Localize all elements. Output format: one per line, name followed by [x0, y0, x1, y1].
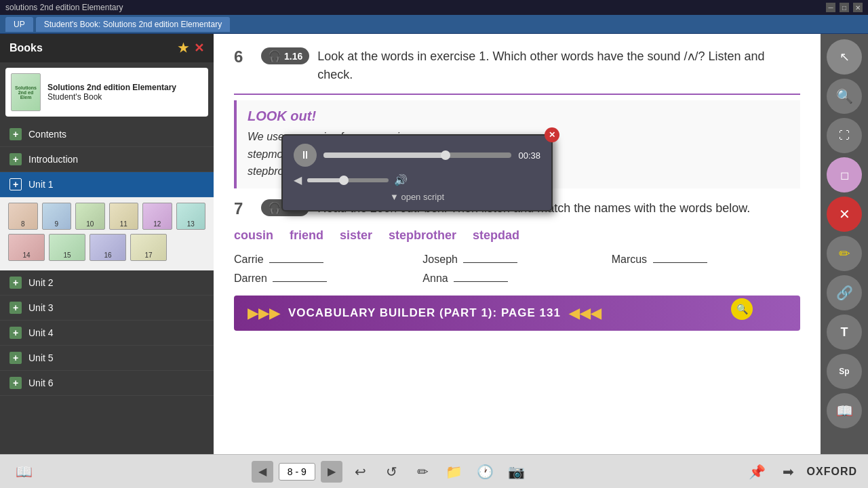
- match-marcus: Marcus: [612, 253, 800, 266]
- plus-icon: +: [9, 302, 22, 314]
- thumb-10[interactable]: 10: [75, 203, 105, 230]
- volume-left-icon[interactable]: ◀: [294, 174, 302, 186]
- minimize-btn[interactable]: ─: [826, 3, 835, 12]
- audio-close-btn[interactable]: ✕: [545, 127, 559, 142]
- divider-1: [234, 94, 800, 95]
- plus-icon: +: [9, 277, 22, 289]
- match-joseph: Joseph: [422, 253, 611, 266]
- thumb-14[interactable]: 14: [8, 234, 45, 261]
- close-tool-btn[interactable]: ✕: [827, 197, 862, 232]
- progress-fill: [323, 152, 446, 158]
- thumb-13[interactable]: 13: [176, 203, 206, 230]
- forward-btn[interactable]: ➡: [776, 459, 802, 485]
- thumb-12[interactable]: 12: [142, 203, 172, 230]
- title-bar: solutions 2nd edition Elementary ─ □ ✕: [0, 0, 868, 15]
- content-area: 6 🎧 1.16 Look at the words in exercise 1…: [214, 34, 821, 454]
- sidebar-item-label-unit1: Unit 1: [28, 179, 54, 190]
- sidebar-item-unit3[interactable]: + Unit 3: [0, 296, 214, 321]
- main-layout: Books ★ ✕ Solutions2nd edElem Solutions …: [0, 34, 868, 454]
- sidebar-item-unit4[interactable]: + Unit 4: [0, 321, 214, 346]
- word-friend: friend: [290, 228, 323, 243]
- audio-badge-6[interactable]: 🎧 1.16: [261, 47, 309, 64]
- clock-btn[interactable]: 🕐: [473, 459, 498, 485]
- progress-bar[interactable]: [323, 152, 511, 158]
- volume-icon[interactable]: 🔊: [394, 174, 408, 186]
- sidebar-item-unit1[interactable]: + Unit 1: [0, 172, 214, 197]
- sidebar-item-contents[interactable]: + Contents: [0, 122, 214, 147]
- sidebar-item-label-unit2: Unit 2: [28, 277, 54, 288]
- audio-controls: ⏸ 00:38: [294, 144, 540, 167]
- bookmark-btn[interactable]: 📌: [745, 459, 770, 485]
- spell-btn[interactable]: Sp: [827, 354, 862, 389]
- thumb-17[interactable]: 17: [130, 234, 167, 261]
- page-indicator: 8 - 9: [279, 463, 315, 481]
- thumb-16[interactable]: 16: [90, 234, 126, 261]
- camera-btn[interactable]: 📷: [504, 459, 530, 485]
- prev-page-btn[interactable]: ◀: [252, 461, 273, 483]
- thumb-8[interactable]: 8: [8, 203, 38, 230]
- folder-btn[interactable]: 📁: [441, 459, 467, 485]
- cursor-tool-btn[interactable]: ↖: [827, 39, 862, 75]
- expand-btn[interactable]: ⛶: [827, 118, 862, 153]
- book-subtitle: Student's Book: [47, 92, 176, 102]
- plus-icon: +: [9, 377, 22, 389]
- close-btn[interactable]: ✕: [853, 3, 863, 12]
- sidebar-header-icons: ★ ✕: [178, 41, 204, 56]
- thumb-row-2: 14 15 16 17: [8, 234, 205, 261]
- pencil-bottom-btn[interactable]: ✏: [410, 459, 436, 485]
- word-sister: sister: [340, 228, 372, 243]
- match-grid: Carrie Joseph Marcus Darren Anna: [234, 253, 800, 285]
- bottom-book-btn[interactable]: 📖: [11, 459, 37, 485]
- match-carrie: Carrie: [234, 253, 422, 266]
- word-stepdad: stepdad: [473, 228, 519, 243]
- book-item[interactable]: Solutions2nd edElem Solutions 2nd editio…: [5, 68, 208, 117]
- sidebar: Books ★ ✕ Solutions2nd edElem Solutions …: [0, 34, 214, 454]
- audio-ref-6: 1.16: [284, 51, 302, 62]
- sidebar-item-introduction[interactable]: + Introduction: [0, 147, 214, 172]
- sidebar-item-unit5[interactable]: + Unit 5: [0, 346, 214, 371]
- volume-bar[interactable]: [307, 178, 389, 182]
- look-out-title: LOOK out!: [248, 108, 789, 124]
- redo-btn[interactable]: ↺: [379, 459, 405, 485]
- window-controls: ─ □ ✕: [826, 3, 863, 12]
- eraser-btn[interactable]: ◻: [827, 157, 862, 192]
- next-page-btn[interactable]: ▶: [321, 461, 342, 483]
- sidebar-item-unit2[interactable]: + Unit 2: [0, 270, 214, 296]
- sidebar-item-label-unit4: Unit 4: [28, 327, 54, 338]
- plus-icon: +: [9, 128, 22, 140]
- text-btn[interactable]: T: [827, 314, 862, 350]
- vocab-arrow-left: ▶▶▶: [248, 305, 280, 321]
- play-pause-btn[interactable]: ⏸: [294, 144, 317, 167]
- sidebar-item-unit6[interactable]: + Unit 6: [0, 371, 214, 396]
- thumbnail-grid: 8 9 10 11 12 13 14 15 16 17: [0, 197, 214, 270]
- pencil-btn[interactable]: ✏: [827, 236, 862, 271]
- link-btn[interactable]: 🔗: [827, 275, 862, 310]
- book-info: Solutions 2nd edition Elementary Student…: [47, 83, 176, 102]
- thumb-15[interactable]: 15: [49, 234, 85, 261]
- progress-handle[interactable]: [441, 150, 450, 160]
- book-open-btn[interactable]: 📖: [827, 393, 862, 428]
- sidebar-item-label-contents: Contents: [28, 129, 66, 140]
- maximize-btn[interactable]: □: [840, 3, 849, 12]
- word-stepbrother: stepbrother: [389, 228, 456, 243]
- thumb-row-1: 8 9 10 11 12 13: [8, 203, 205, 230]
- undo-btn[interactable]: ↩: [348, 459, 374, 485]
- star-icon[interactable]: ★: [178, 41, 189, 56]
- right-toolbar: ↖ 🔍 ⛶ ◻ ✕ ✏ 🔗 T Sp 📖: [821, 34, 868, 454]
- tab-main[interactable]: Student's Book: Solutions 2nd edition El…: [36, 17, 230, 32]
- bottom-right-tools: 📌 ➡ OXFORD: [745, 459, 857, 485]
- sidebar-close-icon[interactable]: ✕: [194, 41, 204, 56]
- title-bar-text: solutions 2nd edition Elementary: [5, 3, 123, 12]
- book-title: Solutions 2nd edition Elementary: [47, 83, 176, 92]
- bottom-center-tools: ◀ 8 - 9 ▶ ↩ ↺ ✏ 📁 🕐 📷: [252, 459, 530, 485]
- thumb-9[interactable]: 9: [42, 203, 72, 230]
- plus-icon: +: [9, 352, 22, 364]
- zoom-in-btn[interactable]: 🔍: [827, 79, 862, 114]
- volume-handle[interactable]: [339, 176, 349, 185]
- tab-bar: UP Student's Book: Solutions 2nd edition…: [0, 15, 868, 34]
- tab-up[interactable]: UP: [5, 17, 33, 32]
- open-script-btn[interactable]: ▼ open script: [294, 192, 540, 202]
- thumb-11[interactable]: 11: [109, 203, 139, 230]
- sidebar-scroll[interactable]: + Contents + Introduction + Unit 1 8 9 1…: [0, 122, 214, 454]
- bottom-toolbar: 📖 ◀ 8 - 9 ▶ ↩ ↺ ✏ 📁 🕐 📷 📌 ➡ OXFORD: [0, 454, 868, 488]
